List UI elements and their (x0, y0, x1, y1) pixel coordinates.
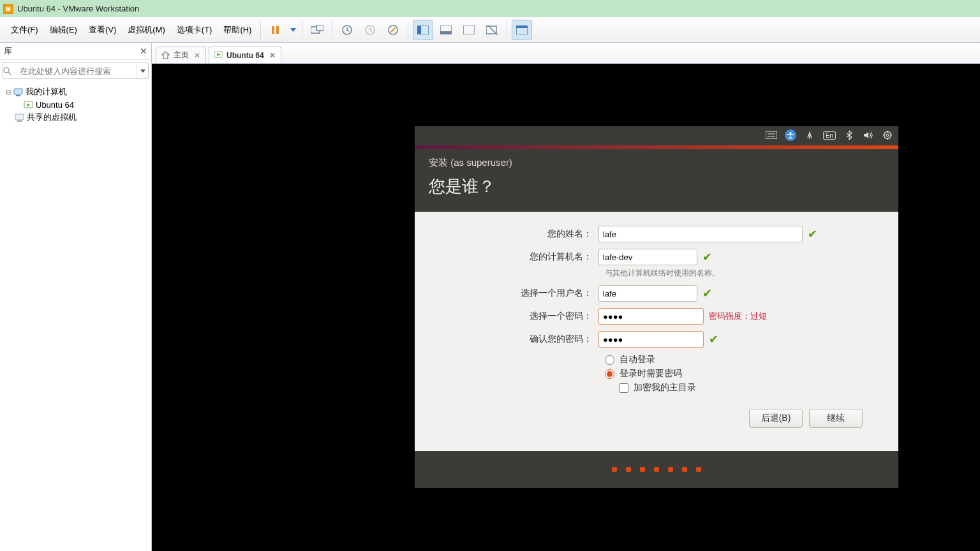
input-host[interactable] (598, 249, 697, 265)
send-ctrl-alt-del-button[interactable] (307, 20, 327, 40)
view-console-button[interactable] (413, 20, 433, 40)
password-strength: 密码强度：过短 (709, 311, 767, 322)
library-search-input[interactable] (17, 65, 137, 77)
svg-rect-6 (316, 25, 323, 31)
main: 库 ✕ ⊟ 我的计算机 Ubuntu (0, 43, 980, 551)
input-name[interactable] (598, 226, 803, 242)
label-name: 您的姓名： (433, 228, 598, 240)
pause-button[interactable] (265, 20, 286, 40)
separator (408, 21, 408, 39)
tab-ubuntu-close-icon[interactable]: ✕ (269, 51, 276, 60)
menu-edit[interactable]: 编辑(E) (44, 22, 83, 38)
installer-progress-dots (415, 451, 898, 488)
computer-icon (13, 87, 23, 97)
vm-console[interactable]: En 安装 (as superuser) 您是谁？ 您的姓名： ✔ (152, 64, 980, 551)
keyboard-icon[interactable] (766, 129, 777, 141)
svg-rect-3 (276, 26, 279, 34)
svg-line-20 (8, 72, 11, 75)
tree-collapse-icon[interactable]: ⊟ (4, 89, 13, 96)
menu-file[interactable]: 文件(F) (5, 22, 44, 38)
radio-auto-login[interactable] (605, 355, 614, 365)
installer-title: 您是谁？ (415, 174, 898, 212)
tabbar: 主页 ✕ Ubuntu 64 ✕ (152, 43, 980, 64)
tab-home-label: 主页 (174, 50, 189, 61)
manage-snapshot-button[interactable] (383, 20, 403, 40)
ubuntu-installer-window: En 安装 (as superuser) 您是谁？ 您的姓名： ✔ (415, 126, 898, 488)
separator (260, 21, 261, 39)
tree-shared-vms[interactable]: 共享的虚拟机 (3, 111, 149, 124)
search-dropdown-icon[interactable] (137, 63, 148, 78)
titlebar: Ubuntu 64 - VMware Workstation (0, 0, 980, 17)
svg-rect-23 (16, 95, 20, 96)
label-host: 您的计算机名： (433, 251, 598, 263)
radio-require-password[interactable] (605, 369, 614, 379)
label-confirm-password: 确认您的密码： (433, 334, 598, 345)
svg-point-19 (4, 68, 9, 73)
menu-help[interactable]: 帮助(H) (218, 22, 257, 38)
unity-button[interactable] (482, 20, 502, 40)
svg-marker-4 (290, 28, 296, 32)
ubuntu-indicator-area: En (766, 129, 893, 141)
menu-vm[interactable]: 虚拟机(M) (122, 22, 171, 38)
checkbox-encrypt-home[interactable] (619, 383, 628, 393)
sidebar-close-icon[interactable]: ✕ (140, 46, 147, 56)
sound-icon[interactable] (863, 129, 874, 141)
svg-rect-27 (17, 121, 22, 122)
view-thumbnail-button[interactable] (436, 20, 456, 40)
svg-rect-26 (15, 114, 24, 120)
bluetooth-icon[interactable] (843, 129, 855, 141)
check-icon: ✔ (709, 332, 718, 346)
input-confirm-password[interactable] (598, 331, 704, 348)
progress-dot (612, 467, 617, 472)
content-area: 主页 ✕ Ubuntu 64 ✕ En (152, 43, 980, 551)
input-user[interactable] (598, 285, 697, 302)
installer-header: 安装 (as superuser) (415, 149, 898, 174)
network-icon[interactable] (804, 129, 815, 141)
back-button[interactable]: 后退(B) (749, 409, 803, 428)
power-dropdown[interactable] (288, 20, 297, 40)
label-encrypt-home: 加密我的主目录 (634, 382, 696, 393)
separator (332, 21, 332, 39)
snapshot-button[interactable] (337, 20, 357, 40)
svg-point-34 (884, 132, 891, 139)
tab-ubuntu[interactable]: Ubuntu 64 ✕ (209, 47, 281, 63)
revert-snapshot-button[interactable] (360, 20, 380, 40)
svg-rect-11 (417, 26, 421, 34)
svg-point-33 (789, 132, 791, 134)
svg-marker-21 (140, 70, 145, 73)
power-icon[interactable] (882, 129, 893, 141)
continue-button[interactable]: 继续 (809, 409, 863, 428)
tab-home-close-icon[interactable]: ✕ (194, 51, 200, 60)
check-icon: ✔ (702, 286, 712, 300)
svg-rect-14 (463, 26, 475, 34)
svg-rect-1 (6, 7, 10, 11)
input-password[interactable] (598, 308, 704, 325)
svg-rect-13 (440, 31, 452, 34)
tree-my-computer[interactable]: ⊟ 我的计算机 (3, 85, 149, 98)
window-title: Ubuntu 64 - VMware Workstation (17, 4, 139, 13)
sidebar-header: 库 ✕ (0, 43, 151, 60)
svg-rect-2 (272, 26, 274, 34)
accessibility-icon[interactable] (785, 129, 796, 141)
tree-vm-ubuntu[interactable]: Ubuntu 64 (3, 98, 149, 111)
vm-icon (214, 51, 223, 60)
progress-dot (640, 467, 645, 472)
fullscreen-button[interactable] (459, 20, 479, 40)
language-indicator[interactable]: En (823, 131, 836, 140)
installer-body: 您的姓名： ✔ 您的计算机名： ✔ 与其他计算机联络时使用的名称。 选择一个用户… (415, 212, 898, 451)
tree-root-label: 我的计算机 (26, 86, 67, 98)
separator (302, 21, 302, 39)
library-sidebar: 库 ✕ ⊟ 我的计算机 Ubuntu (0, 43, 152, 551)
label-auto-login: 自动登录 (620, 354, 655, 365)
stretch-guest-button[interactable] (512, 20, 532, 40)
vmware-app-icon (3, 4, 13, 14)
tab-home[interactable]: 主页 ✕ (156, 47, 206, 63)
search-icon (3, 67, 17, 75)
menu-tabs[interactable]: 选项卡(T) (171, 22, 218, 38)
menu-view[interactable]: 查看(V) (83, 22, 122, 38)
label-password: 选择一个密码： (433, 311, 598, 322)
vm-icon (23, 99, 33, 110)
separator (507, 21, 507, 39)
library-search[interactable] (3, 62, 149, 79)
check-icon: ✔ (702, 250, 712, 264)
